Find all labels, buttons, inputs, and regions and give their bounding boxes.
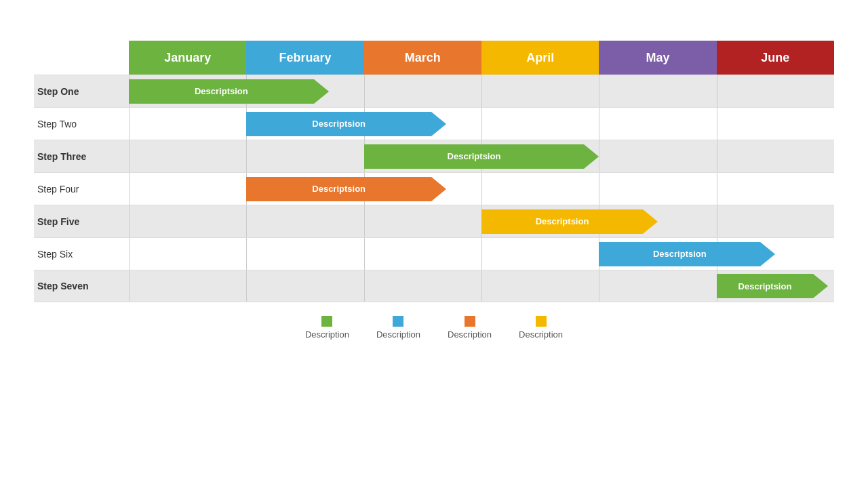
timeline-cell [129,270,246,302]
legend-color-swatch [465,316,475,327]
bar-container: Descriptsion [246,177,446,201]
legend-label: Description [448,329,492,340]
row-label: Step Four [34,184,129,195]
bar-container: Descriptsion [481,209,658,234]
legend: DescriptionDescriptionDescriptionDescrip… [34,316,834,340]
timeline-area: Descriptsion [129,75,834,107]
timeline-cell [129,108,246,140]
bar-container: Descriptsion [717,274,829,298]
month-header-row: JanuaryFebruaryMarchAprilMayJune [129,41,834,75]
gantt-row: Step FiveDescriptsion [34,205,834,237]
timeline-cell [599,173,716,205]
bar-container: Descriptsion [364,144,599,169]
timeline-area: Descriptsion [129,270,834,302]
timeline-cell [364,238,481,270]
row-label: Step Five [34,216,129,227]
timeline-cell [481,270,599,302]
timeline-area: Descriptsion [129,108,834,140]
timeline-area: Descriptsion [129,205,834,237]
timeline-area: Descriptsion [129,140,834,172]
bar-arrow: Descriptsion [129,79,329,104]
timeline-cell [481,75,599,107]
timeline-cell [599,75,716,107]
legend-color-swatch [536,316,547,327]
timeline-cell [481,173,599,205]
legend-item: Description [519,316,563,340]
timeline-cell [717,75,834,107]
legend-label: Description [305,329,349,340]
month-cell: April [481,41,599,75]
row-label: Step One [34,86,129,97]
legend-color-swatch [321,316,332,327]
gantt-row: Step FourDescriptsion [34,172,834,205]
legend-color-swatch [393,316,403,327]
gantt-row: Step OneDescriptsion [34,75,834,107]
legend-item: Description [376,316,420,340]
legend-label: Description [519,329,563,340]
row-label: Step Three [34,151,129,162]
gantt-row: Step SevenDescriptsion [34,270,834,302]
timeline-cell [717,205,834,237]
timeline-cell [246,140,363,172]
legend-item: Description [305,316,349,340]
gantt-row: Step ThreeDescriptsion [34,140,834,172]
timeline-cell [599,108,716,140]
timeline-cell [599,270,716,302]
timeline-cell [246,238,363,270]
bar-container: Descriptsion [246,112,446,136]
month-cell: February [246,41,363,75]
timeline-cell [481,238,599,270]
bar-arrow: Descriptsion [481,209,658,234]
row-label: Step Six [34,249,129,260]
timeline-cell [364,75,481,107]
timeline-cell [129,173,246,205]
bar-arrow: Descriptsion [599,242,775,266]
bar-container: Descriptsion [599,242,775,266]
gantt-row: Step TwoDescriptsion [34,107,834,140]
row-label: Step Seven [34,281,129,291]
timeline-cell [129,238,246,270]
timeline-cell [364,270,481,302]
month-cell: January [129,41,246,75]
month-cell: May [599,41,716,75]
gantt-chart: JanuaryFebruaryMarchAprilMayJune Step On… [34,41,834,340]
timeline-cell [129,205,246,237]
timeline-cell [364,205,481,237]
timeline-cell [717,173,834,205]
bar-arrow: Descriptsion [717,274,829,298]
bar-arrow: Descriptsion [364,144,599,169]
gantt-row: Step SixDescriptsion [34,237,834,270]
timeline-cell [129,140,246,172]
legend-item: Description [448,316,492,340]
bar-arrow: Descriptsion [246,177,446,201]
bar-arrow: Descriptsion [246,112,446,136]
month-cell: March [364,41,481,75]
timeline-cell [481,108,599,140]
month-cell: June [717,41,834,75]
legend-label: Description [376,329,420,340]
page: JanuaryFebruaryMarchAprilMayJune Step On… [0,0,868,488]
bar-container: Descriptsion [129,79,329,104]
timeline-area: Descriptsion [129,238,834,270]
row-label: Step Two [34,119,129,129]
timeline-area: Descriptsion [129,173,834,205]
gantt-rows: Step OneDescriptsionStep TwoDescriptsion… [34,75,834,302]
timeline-cell [246,270,363,302]
timeline-cell [717,108,834,140]
timeline-cell [717,140,834,172]
timeline-cell [246,205,363,237]
timeline-cell [599,140,716,172]
